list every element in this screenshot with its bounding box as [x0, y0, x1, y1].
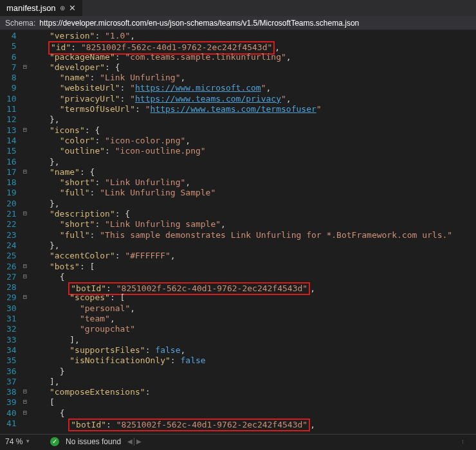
- code-line[interactable]: "composeExtensions":: [30, 387, 476, 397]
- line-number: 13: [6, 125, 17, 136]
- fold-marker: [21, 104, 30, 114]
- zoom-level[interactable]: 74 % ▼: [5, 437, 44, 446]
- code-line[interactable]: "version": "1.0",: [30, 31, 476, 41]
- line-number: 29: [6, 292, 17, 303]
- code-line[interactable]: "personal",: [30, 303, 476, 314]
- code-line[interactable]: }: [30, 366, 476, 377]
- code-line[interactable]: "description": {: [30, 209, 476, 219]
- code-line[interactable]: "full": "Link Unfurling Sample": [30, 188, 476, 198]
- code-line[interactable]: "icons": {: [30, 125, 476, 136]
- line-number: 30: [6, 303, 17, 314]
- code-line[interactable]: "name": "Link Unfurling",: [30, 73, 476, 83]
- line-number: 36: [6, 366, 17, 377]
- code-line[interactable]: },: [30, 114, 476, 125]
- code-line[interactable]: "developer": {: [30, 62, 476, 73]
- code-line[interactable]: "outline": "icon-outline.png": [30, 146, 476, 156]
- line-number-gutter: 4567891011121314151617181920212223242526…: [0, 30, 21, 434]
- code-line[interactable]: "team",: [30, 314, 476, 324]
- line-number: 15: [6, 146, 17, 156]
- line-number: 40: [6, 408, 17, 419]
- fold-marker: [21, 219, 30, 229]
- code-line[interactable]: },: [30, 199, 476, 209]
- fold-marker: [21, 82, 30, 93]
- code-line[interactable]: [: [30, 397, 476, 408]
- line-number: 27: [6, 272, 17, 282]
- code-editor[interactable]: 4567891011121314151617181920212223242526…: [0, 30, 476, 434]
- line-number: 7: [6, 62, 17, 73]
- line-number: 25: [6, 251, 17, 261]
- code-line[interactable]: "name": {: [30, 167, 476, 177]
- line-number: 11: [6, 104, 17, 114]
- tab-bar: manifest.json ⊕ ✕: [0, 0, 476, 17]
- code-line[interactable]: ],: [30, 377, 476, 387]
- code-line[interactable]: "packageName": "com.teams.sample.linkunf…: [30, 52, 476, 62]
- line-number: 37: [6, 377, 17, 387]
- code-line[interactable]: },: [30, 240, 476, 251]
- fold-marker: [21, 334, 30, 345]
- code-line[interactable]: "websiteUrl": "https://www.microsoft.com…: [30, 83, 476, 93]
- fold-marker: [21, 240, 30, 250]
- line-number: 34: [6, 345, 17, 356]
- line-number: 10: [6, 94, 17, 104]
- code-line[interactable]: "full": "This sample demonstrates Link U…: [30, 230, 476, 240]
- code-line[interactable]: "supportsFiles": false,: [30, 345, 476, 356]
- code-line[interactable]: "privacyUrl": "https://www.teams.com/pri…: [30, 94, 476, 104]
- close-icon[interactable]: ✕: [69, 3, 76, 13]
- tab-manifest-json[interactable]: manifest.json ⊕ ✕: [0, 0, 82, 16]
- issues-text: No issues found: [66, 437, 121, 446]
- code-line[interactable]: "short": "Link Unfurling",: [30, 177, 476, 188]
- code-line[interactable]: "termsOfUseUrl": "https://www.teams.com/…: [30, 104, 476, 114]
- fold-marker[interactable]: ⊟: [21, 208, 30, 219]
- code-line[interactable]: "botId": "8251002f-562c-40d1-9762-2ec242…: [30, 419, 476, 429]
- fold-marker: [21, 418, 30, 428]
- code-line[interactable]: "isNotificationOnly": false: [30, 356, 476, 366]
- code-line[interactable]: "botId": "8251002f-562c-40d1-9762-2ec242…: [30, 282, 476, 292]
- code-line[interactable]: {: [30, 272, 476, 282]
- fold-marker: [21, 93, 30, 104]
- fold-marker[interactable]: ⊟: [21, 397, 30, 407]
- fold-marker: [21, 376, 30, 386]
- fold-marker[interactable]: ⊟: [21, 125, 30, 135]
- fold-marker[interactable]: ⊟: [21, 166, 30, 177]
- pin-icon[interactable]: ⊕: [60, 4, 65, 12]
- code-line[interactable]: "color": "icon-color.png",: [30, 136, 476, 146]
- code-line[interactable]: "groupchat": [30, 324, 476, 334]
- code-line[interactable]: {: [30, 408, 476, 419]
- line-number: 21: [6, 209, 17, 219]
- code-line[interactable]: "id": "8251002f-562c-40d1-9762-2ec242f45…: [30, 41, 476, 51]
- line-number: 19: [6, 188, 17, 198]
- schema-url[interactable]: https://developer.microsoft.com/en-us/js…: [39, 19, 359, 28]
- code-line[interactable]: "bots": [: [30, 262, 476, 272]
- fold-marker: [21, 282, 30, 292]
- code-line[interactable]: ],: [30, 335, 476, 345]
- code-line[interactable]: "short": "Link Unfurling sample",: [30, 219, 476, 230]
- fold-marker[interactable]: ⊟: [21, 292, 30, 302]
- fold-marker: [21, 323, 30, 334]
- fold-marker[interactable]: ⊟: [21, 386, 30, 397]
- chevron-down-icon[interactable]: ▼: [25, 438, 30, 444]
- line-number: 5: [6, 41, 17, 51]
- line-number: 41: [6, 419, 17, 429]
- fold-marker: [21, 313, 30, 323]
- line-number: 24: [6, 240, 17, 251]
- line-number: 26: [6, 262, 17, 272]
- fold-marker[interactable]: ⊟: [21, 408, 30, 418]
- nav-arrows[interactable]: ↕: [461, 438, 464, 445]
- code-line[interactable]: },: [30, 157, 476, 167]
- line-number: 23: [6, 230, 17, 240]
- fold-marker: [21, 145, 30, 156]
- fold-marker: [21, 51, 30, 62]
- fold-marker[interactable]: ⊟: [21, 62, 30, 72]
- schema-label: Schema:: [5, 19, 35, 28]
- fold-marker: [21, 114, 30, 124]
- line-number: 17: [6, 167, 17, 177]
- line-number: 18: [6, 177, 17, 188]
- splitter-icon[interactable]: ◀│▶: [127, 438, 142, 445]
- code-line[interactable]: "accentColor": "#FFFFFF",: [30, 251, 476, 261]
- line-number: 22: [6, 219, 17, 230]
- fold-marker[interactable]: ⊟: [21, 261, 30, 271]
- code-area[interactable]: "version": "1.0", "id": "8251002f-562c-4…: [30, 30, 476, 434]
- fold-marker: [21, 187, 30, 197]
- tab-filename: manifest.json: [6, 3, 56, 13]
- fold-marker[interactable]: ⊟: [21, 271, 30, 282]
